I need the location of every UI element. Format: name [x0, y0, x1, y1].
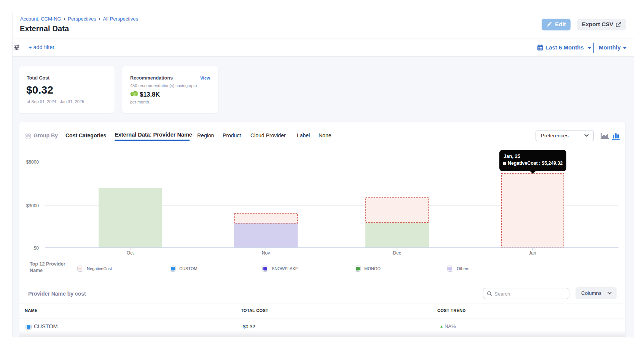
svg-text:Dec: Dec	[393, 250, 401, 256]
svg-text:Oct: Oct	[127, 250, 134, 256]
svg-text:Jan: Jan	[529, 250, 536, 256]
svg-text:$0: $0	[34, 245, 39, 251]
svg-text:$3000: $3000	[26, 203, 39, 208]
svg-text:Nov: Nov	[262, 250, 270, 256]
svg-text:$6000: $6000	[26, 159, 39, 165]
